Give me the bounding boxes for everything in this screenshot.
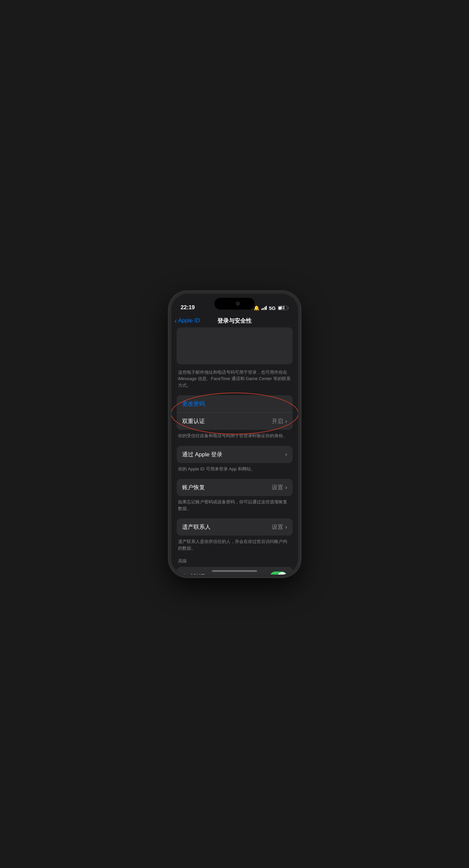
top-description: 这些电子邮件地址和电话号码可用于登录，也可用作你在 iMessage 信息、Fa… (177, 369, 293, 389)
home-indicator (212, 570, 257, 572)
two-factor-value: 开启 (272, 417, 283, 425)
change-password-label: 更改密码 (182, 400, 205, 408)
battery-indicator: 33 (278, 306, 289, 310)
account-recovery-card: 账户恢复 设置 › (177, 479, 293, 496)
account-recovery-value: 设置 (272, 484, 283, 491)
two-factor-right: 开启 › (272, 417, 287, 425)
status-time: 22:19 (181, 304, 195, 311)
dynamic-island (214, 298, 255, 310)
sign-in-apple-description: 你的 Apple ID 可用来登录 App 和网站。 (177, 466, 293, 472)
phone-frame: 22:19 🔔 5G 33 (169, 291, 301, 577)
top-card (177, 328, 293, 364)
status-icons: 🔔 5G 33 (254, 305, 289, 311)
two-factor-description: 你的受信任设备和电话号码用于在登录时验证你的身份。 (177, 433, 293, 439)
sign-in-apple-item[interactable]: 通过 Apple 登录 › (177, 446, 293, 463)
chevron-right-icon: › (285, 418, 287, 425)
network-label: 5G (269, 305, 275, 311)
legacy-contact-item[interactable]: 遗产联系人 设置 › (177, 519, 293, 535)
security-card: 更改密码 双重认证 开启 › (177, 395, 293, 430)
auto-verify-label: 自动验证 (182, 573, 205, 575)
account-recovery-label: 账户恢复 (182, 484, 205, 491)
screen: 22:19 🔔 5G 33 (171, 294, 298, 575)
account-recovery-right: 设置 › (272, 484, 287, 491)
back-button[interactable]: ‹ Apple ID (175, 317, 200, 324)
sign-in-apple-card: 通过 Apple 登录 › (177, 446, 293, 463)
legacy-contact-card: 遗产联系人 设置 › (177, 519, 293, 535)
battery-level: 33 (280, 306, 285, 310)
nav-bar: ‹ Apple ID 登录与安全性 (171, 314, 298, 328)
sign-in-apple-right: › (285, 451, 287, 457)
content-area[interactable]: ‹ Apple ID 登录与安全性 这些电子邮件地址和电话号码可用于登录，也可用… (171, 314, 298, 575)
legacy-contact-label: 遗产联系人 (182, 523, 211, 531)
two-factor-item[interactable]: 双重认证 开启 › (177, 412, 293, 430)
legacy-contact-value: 设置 (272, 523, 283, 531)
back-label: Apple ID (178, 317, 200, 324)
two-factor-label: 双重认证 (182, 417, 205, 425)
main-content: 这些电子邮件地址和电话号码可用于登录，也可用作你在 iMessage 信息、Fa… (171, 328, 298, 575)
chevron-right-icon-2: › (285, 451, 287, 457)
chevron-right-icon-4: › (285, 524, 287, 530)
back-chevron-icon: ‹ (175, 317, 177, 324)
advanced-section-label: 高级 (177, 558, 293, 564)
page-title: 登录与安全性 (217, 317, 252, 325)
account-recovery-item[interactable]: 账户恢复 设置 › (177, 479, 293, 496)
legacy-contact-description: 遗产联系人是你所信任的人，并会在你过世后访问账户内的数据。 (177, 538, 293, 551)
toggle-thumb (277, 572, 287, 575)
notification-mute-icon: 🔔 (254, 305, 259, 311)
auto-verify-toggle[interactable] (270, 571, 287, 575)
highlighted-section: 更改密码 双重认证 开启 › (177, 395, 293, 430)
legacy-contact-right: 设置 › (272, 523, 287, 531)
camera-dot (236, 302, 240, 306)
sign-in-apple-label: 通过 Apple 登录 (182, 451, 223, 458)
chevron-right-icon-3: › (285, 485, 287, 491)
account-recovery-description: 如果忘记账户密码或设备密码，你可以通过这些选项恢复数据。 (177, 499, 293, 512)
signal-bars (261, 306, 267, 310)
change-password-item[interactable]: 更改密码 (177, 395, 293, 412)
